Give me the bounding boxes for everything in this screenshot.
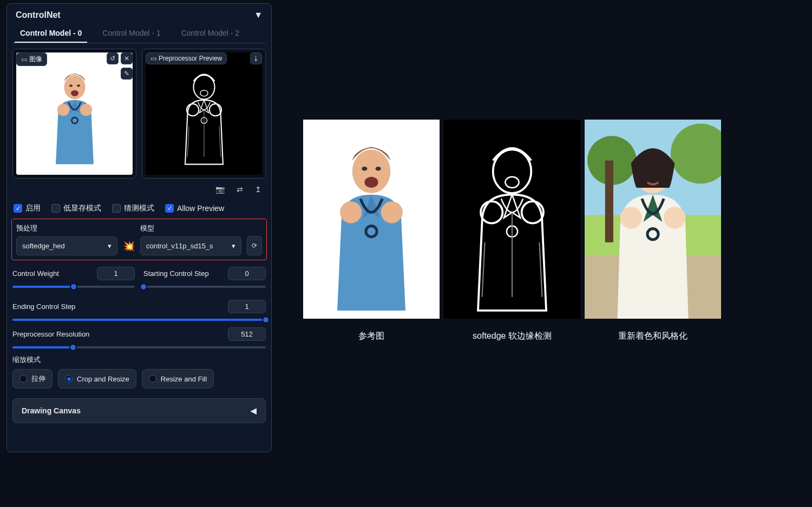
preview-badge-label: Preprocessor Preview [159,55,222,62]
model-select[interactable]: control_v11p_sd15_s ▾ [140,236,241,255]
lowvram-checkbox[interactable]: 低显存模式 [51,203,101,213]
slider-thumb[interactable] [70,283,77,291]
resolution-label: Preprocessor Resolution [12,330,89,338]
chevron-left-icon: ◀ [251,406,257,415]
gallery-stylized-image [585,120,721,319]
refresh-model-button[interactable]: ⟳ [247,236,262,255]
gallery-item-softedge: softedge 软边缘检测 [444,120,580,342]
control-weight-track[interactable] [12,286,135,288]
resize-label: 缩放模式 [12,355,266,365]
preview-image [146,52,262,175]
image-badge-label: 图像 [29,55,42,64]
drawing-canvas-label: Drawing Canvas [22,406,81,415]
resize-mode-section: 缩放模式 拉伸 Crop and Resize Resize and Fill [12,355,266,389]
preprocessor-select[interactable]: softedge_hed ▾ [16,236,117,255]
slider-fill [12,319,266,321]
radio-icon [149,375,156,383]
end-step-label: Ending Control Step [12,302,75,311]
edit-icon[interactable]: ✎ [121,68,133,80]
resize-fill-label: Resize and Fill [161,375,207,383]
checkbox-checked-icon: ✓ [14,204,22,213]
gallery-reference-caption: 参考图 [303,331,440,342]
gallery-item-reference: 参考图 [303,120,440,342]
resize-fill-radio[interactable]: Resize and Fill [142,369,214,389]
resize-stretch-radio[interactable]: 拉伸 [12,369,53,389]
chevron-down-icon: ▾ [232,242,235,250]
model-field: 模型 control_v11p_sd15_s ▾ [140,223,241,255]
image-badge: ▭ 图像 [16,52,47,66]
input-image [16,52,133,175]
preprocessor-field: 预处理 softedge_hed ▾ [16,223,117,255]
image-row: ▭ 图像 ↺ ✕ ✎ ▭ Preprocessor Preview ⭳ [12,49,266,179]
start-step-value[interactable]: 0 [228,267,266,280]
panel-header: ControlNet ▼ [12,9,266,24]
slider-thumb[interactable] [69,344,77,351]
tab-model-1[interactable]: Control Model - 1 [97,24,166,43]
resolution-track[interactable] [12,346,266,348]
control-weight-label: Control Weight [12,269,59,278]
image-icon: ▭ [150,55,156,62]
swap-icon[interactable]: ⇄ [237,185,243,194]
preproc-label: 预处理 [16,223,117,233]
resolution-slider: Preprocessor Resolution 512 [12,327,266,348]
run-preprocessor-button[interactable]: 💥 [123,240,135,255]
radio-checked-icon [65,375,73,383]
enable-checkbox[interactable]: ✓ 启用 [14,203,41,213]
upload-icon[interactable]: ↥ [255,185,261,194]
camera-icon[interactable]: 📷 [215,185,225,194]
download-icon[interactable]: ⭳ [250,52,262,64]
end-step-slider: Ending Control Step 1 [12,300,266,321]
preview-image-card[interactable]: ▭ Preprocessor Preview ⭳ [142,49,266,179]
start-step-track[interactable] [143,286,266,288]
guess-label: 猜测模式 [124,203,154,213]
gallery-stylized-caption: 重新着色和风格化 [585,331,721,342]
slider-fill [12,346,73,348]
preproc-model-section: 预处理 softedge_hed ▾ 💥 模型 control_v11p_sd1… [11,219,267,260]
tab-model-0[interactable]: Control Model - 0 [15,24,87,43]
close-icon[interactable]: ✕ [121,52,133,64]
allowpreview-label: Allow Preview [177,204,224,213]
model-value: control_v11p_sd15_s [146,242,213,250]
preproc-value: softedge_hed [22,242,65,250]
options-row: ✓ 启用 低显存模式 猜测模式 ✓ Allow Preview [12,200,266,219]
start-step-slider: Starting Control Step 0 [143,267,266,293]
resolution-value[interactable]: 512 [228,327,266,341]
controlnet-panel: ControlNet ▼ Control Model - 0 Control M… [6,3,272,452]
slider-fill [12,286,74,288]
resize-crop-label: Crop and Resize [77,375,129,383]
guess-checkbox[interactable]: 猜测模式 [112,203,154,213]
output-gallery: 参考图 softedge 软边缘检测 重新着色和风格化 [303,120,721,342]
resize-stretch-label: 拉伸 [31,374,45,384]
undo-icon[interactable]: ↺ [107,52,119,64]
enable-label: 启用 [25,203,41,213]
gallery-softedge-image [444,120,580,319]
lowvram-label: 低显存模式 [63,203,101,213]
gallery-softedge-caption: softedge 软边缘检测 [444,331,580,342]
toolbar-row: 📷 ⇄ ↥ [12,179,266,200]
tab-model-2[interactable]: Control Model - 2 [176,24,245,43]
checkbox-icon [51,204,60,213]
slider-thumb[interactable] [140,283,147,291]
gallery-reference-image [303,120,440,319]
end-step-value[interactable]: 1 [228,300,266,313]
drawing-canvas-accordion[interactable]: Drawing Canvas ◀ [12,398,266,423]
allowpreview-checkbox[interactable]: ✓ Allow Preview [165,203,224,213]
control-weight-value[interactable]: 1 [97,267,135,280]
model-tabs: Control Model - 0 Control Model - 1 Cont… [12,24,266,43]
control-weight-slider: Control Weight 1 [12,267,135,293]
chevron-down-icon: ▾ [108,242,112,250]
checkbox-icon [112,204,121,213]
slider-thumb[interactable] [262,316,270,324]
panel-title: ControlNet [16,10,61,20]
gallery-item-stylized: 重新着色和风格化 [585,120,721,342]
image-icon: ▭ [21,56,27,63]
end-step-track[interactable] [12,319,266,321]
input-image-card[interactable]: ▭ 图像 ↺ ✕ ✎ [12,49,136,179]
model-label: 模型 [140,223,241,233]
start-step-label: Starting Control Step [143,269,209,278]
collapse-icon[interactable]: ▼ [254,10,263,20]
preview-badge: ▭ Preprocessor Preview [146,52,227,64]
checkbox-checked-icon: ✓ [165,204,174,213]
resize-crop-radio[interactable]: Crop and Resize [58,369,136,389]
radio-icon [19,375,27,383]
